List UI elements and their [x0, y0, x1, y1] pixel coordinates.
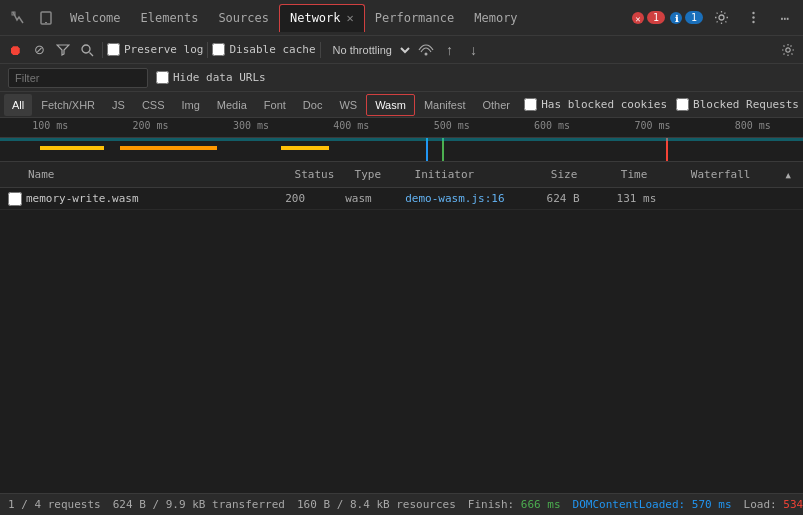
filter-bar: Hide data URLs: [0, 64, 803, 92]
info-icon: ℹ: [669, 11, 683, 25]
network-settings-button[interactable]: [777, 39, 799, 61]
tab-close-icon[interactable]: ✕: [347, 11, 354, 25]
svg-point-14: [786, 47, 790, 51]
th-size[interactable]: Size: [543, 168, 613, 181]
status-requests: 1 / 4 requests: [8, 498, 101, 511]
th-waterfall[interactable]: Waterfall ▲: [683, 168, 799, 181]
th-name[interactable]: Name: [4, 168, 287, 181]
preserve-log-input[interactable]: [107, 43, 120, 56]
throttle-select[interactable]: No throttling Fast 3G Slow 3G Offline: [325, 41, 413, 59]
row-checkbox[interactable]: [8, 192, 22, 206]
error-icon: ✕: [631, 11, 645, 25]
table-row[interactable]: memory-write.wasm 200 wasm demo-wasm.js:…: [0, 188, 803, 210]
wf-blue-line: [426, 138, 428, 161]
th-status[interactable]: Status: [287, 168, 347, 181]
filter-other[interactable]: Other: [474, 94, 518, 116]
tab-actions: ✕ 1 ℹ 1 ⋯: [631, 4, 799, 32]
timeline-label-600: 600 ms: [502, 120, 602, 131]
filter-manifest[interactable]: Manifest: [416, 94, 474, 116]
sort-icon: ▲: [786, 170, 791, 180]
stop-button[interactable]: ⊘: [28, 39, 50, 61]
disable-cache-input[interactable]: [212, 43, 225, 56]
has-blocked-cookies-checkbox[interactable]: Has blocked cookies: [524, 98, 667, 111]
status-dom: DOMContentLoaded: 570 ms: [573, 498, 732, 511]
filter-font[interactable]: Font: [256, 94, 294, 116]
info-count: 1: [685, 11, 703, 24]
svg-point-7: [719, 15, 724, 20]
error-badge-group: ✕ 1: [631, 11, 665, 25]
type-filter-bar: All Fetch/XHR JS CSS Img Media Font Doc …: [0, 92, 803, 118]
hide-data-urls-checkbox[interactable]: Hide data URLs: [156, 71, 266, 84]
filter-doc[interactable]: Doc: [295, 94, 331, 116]
row-size: 624 B: [539, 192, 609, 205]
separator-2: [207, 42, 208, 58]
filter-button[interactable]: [52, 39, 74, 61]
filter-wasm[interactable]: Wasm: [366, 94, 415, 116]
th-time[interactable]: Time: [613, 168, 683, 181]
filter-img[interactable]: Img: [174, 94, 208, 116]
wf-red-line: [666, 138, 668, 161]
tab-network[interactable]: Network ✕: [279, 4, 365, 32]
blocked-requests-input[interactable]: [676, 98, 689, 111]
svg-text:✕: ✕: [635, 14, 640, 24]
settings-icon[interactable]: [707, 4, 735, 32]
initiator-link[interactable]: demo-wasm.js:16: [405, 192, 504, 205]
wf-bar-3: [281, 146, 329, 150]
network-conditions-icon[interactable]: [415, 39, 437, 61]
svg-point-8: [752, 12, 754, 14]
info-badge-group: ℹ 1: [669, 11, 703, 25]
blocked-requests-checkbox[interactable]: Blocked Requests: [676, 98, 799, 111]
table-header: Name Status Type Initiator Size Time Wat…: [0, 162, 803, 188]
timeline-label-500: 500 ms: [402, 120, 502, 131]
row-time: 131 ms: [609, 192, 679, 205]
preserve-log-checkbox[interactable]: Preserve log: [107, 43, 203, 56]
status-transferred: 624 B / 9.9 kB transferred: [113, 498, 285, 511]
tab-welcome[interactable]: Welcome: [60, 4, 131, 32]
inspect-icon[interactable]: [4, 4, 32, 32]
network-toolbar: ⏺ ⊘ Preserve log Disable cache No thrott…: [0, 36, 803, 64]
status-resources: 160 B / 8.4 kB resources: [297, 498, 456, 511]
status-finish: Finish: 666 ms: [468, 498, 561, 511]
svg-point-10: [752, 21, 754, 23]
record-button[interactable]: ⏺: [4, 39, 26, 61]
empty-table-space: [0, 210, 803, 430]
wf-green-line: [442, 138, 444, 161]
filter-js[interactable]: JS: [104, 94, 133, 116]
more-icon[interactable]: [739, 4, 767, 32]
row-initiator: demo-wasm.js:16: [397, 192, 538, 205]
filter-fetch-xhr[interactable]: Fetch/XHR: [33, 94, 103, 116]
download-icon[interactable]: ↓: [463, 39, 485, 61]
filter-input[interactable]: [8, 68, 148, 88]
filter-ws[interactable]: WS: [331, 94, 365, 116]
svg-point-9: [752, 16, 754, 18]
filter-all[interactable]: All: [4, 94, 32, 116]
table-body: memory-write.wasm 200 wasm demo-wasm.js:…: [0, 188, 803, 493]
dots-icon[interactable]: ⋯: [771, 4, 799, 32]
status-bar: 1 / 4 requests 624 B / 9.9 kB transferre…: [0, 493, 803, 515]
row-name: memory-write.wasm: [26, 192, 139, 205]
row-type: wasm: [337, 192, 397, 205]
hide-data-urls-input[interactable]: [156, 71, 169, 84]
tab-performance[interactable]: Performance: [365, 4, 464, 32]
timeline-label-800: 800 ms: [703, 120, 803, 131]
timeline-label-400: 400 ms: [301, 120, 401, 131]
tab-memory[interactable]: Memory: [464, 4, 527, 32]
filter-css[interactable]: CSS: [134, 94, 173, 116]
filter-media[interactable]: Media: [209, 94, 255, 116]
disable-cache-checkbox[interactable]: Disable cache: [212, 43, 315, 56]
timeline-labels: 100 ms 200 ms 300 ms 400 ms 500 ms 600 m…: [0, 118, 803, 138]
wf-bar-1: [40, 146, 104, 150]
device-icon[interactable]: [32, 4, 60, 32]
search-button[interactable]: [76, 39, 98, 61]
has-blocked-cookies-input[interactable]: [524, 98, 537, 111]
timeline-label-300: 300 ms: [201, 120, 301, 131]
th-initiator[interactable]: Initiator: [407, 168, 543, 181]
th-type[interactable]: Type: [347, 168, 407, 181]
timeline-label-700: 700 ms: [602, 120, 702, 131]
tab-elements[interactable]: Elements: [131, 4, 209, 32]
status-load: Load: 534 ms: [744, 498, 803, 511]
tab-bar: Welcome Elements Sources Network ✕ Perfo…: [0, 0, 803, 36]
tab-sources[interactable]: Sources: [208, 4, 279, 32]
upload-icon[interactable]: ↑: [439, 39, 461, 61]
timeline-label-200: 200 ms: [100, 120, 200, 131]
